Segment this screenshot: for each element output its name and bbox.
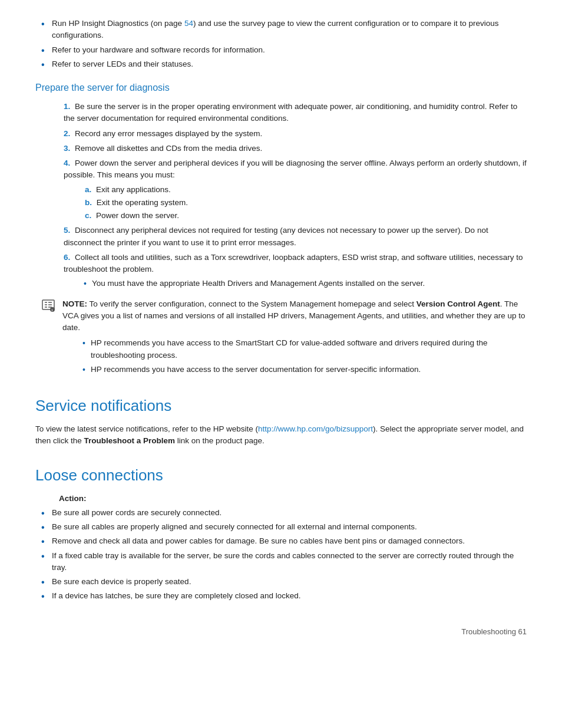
prepare-steps-list: 1. Be sure the server is in the proper o… — [35, 101, 527, 290]
service-notifications-heading: Service notifications — [35, 394, 527, 417]
note-bullets: HP recommends you have access to the Sma… — [62, 337, 527, 375]
prepare-step-1: 1. Be sure the server is in the proper o… — [59, 101, 527, 125]
prepare-step-6-bullet-1: You must have the appropriate Health Dri… — [80, 278, 527, 289]
intro-bullet-list: Run HP Insight Diagnostics (on page 54) … — [35, 18, 527, 70]
loose-bullet-6: If a device has latches, be sure they ar… — [35, 590, 527, 602]
prepare-step-4a: a. Exit any applications. — [80, 184, 527, 196]
service-para: To view the latest service notifications… — [35, 423, 527, 447]
prepare-step-6-sub: You must have the appropriate Health Dri… — [64, 278, 527, 289]
loose-bullet-3: Remove and check all data and power cabl… — [35, 535, 527, 547]
intro-bullet-3: Refer to server LEDs and their statuses. — [35, 58, 527, 70]
prepare-heading: Prepare the server for diagnosis — [35, 81, 527, 95]
note-bullet-2: HP recommends you have access to the ser… — [79, 364, 527, 375]
prepare-step-5: 5. Disconnect any peripheral devices not… — [59, 225, 527, 249]
loose-bullet-1: Be sure all power cords are securely con… — [35, 507, 527, 519]
loose-bullet-4: If a fixed cable tray is available for t… — [35, 550, 527, 574]
page-footer: Troubleshooting 61 — [35, 626, 527, 638]
prepare-step-4c: c. Power down the server. — [80, 210, 527, 222]
note-text: NOTE: To verify the server configuration… — [62, 298, 527, 378]
action-label: Action: — [35, 493, 527, 505]
prepare-step-4: 4. Power down the server and peripheral … — [59, 157, 527, 222]
prepare-step-3: 3. Remove all diskettes and CDs from the… — [59, 143, 527, 154]
loose-bullet-5: Be sure each device is properly seated. — [35, 576, 527, 588]
note-bullet-1: HP recommends you have access to the Sma… — [79, 337, 527, 361]
intro-bullet-1: Run HP Insight Diagnostics (on page 54) … — [35, 18, 527, 42]
intro-bullet-2: Refer to your hardware and software reco… — [35, 44, 527, 56]
note-icon: i — [41, 298, 59, 316]
prepare-step-4b: b. Exit the operating system. — [80, 197, 527, 209]
loose-bullets-list: Be sure all power cords are securely con… — [35, 507, 527, 602]
prepare-step-2: 2. Record any error messages displayed b… — [59, 128, 527, 140]
note-box: i NOTE: To verify the server configurati… — [35, 298, 527, 378]
loose-connections-heading: Loose connections — [35, 464, 527, 487]
bizsupport-link[interactable]: http://www.hp.com/go/bizsupport — [258, 424, 373, 433]
page-54-link[interactable]: 54 — [184, 19, 193, 28]
prepare-step-6: 6. Collect all tools and utilities, such… — [59, 252, 527, 290]
loose-bullet-2: Be sure all cables are properly aligned … — [35, 521, 527, 533]
prepare-step-4-sub: a. Exit any applications. b. Exit the op… — [64, 184, 527, 222]
